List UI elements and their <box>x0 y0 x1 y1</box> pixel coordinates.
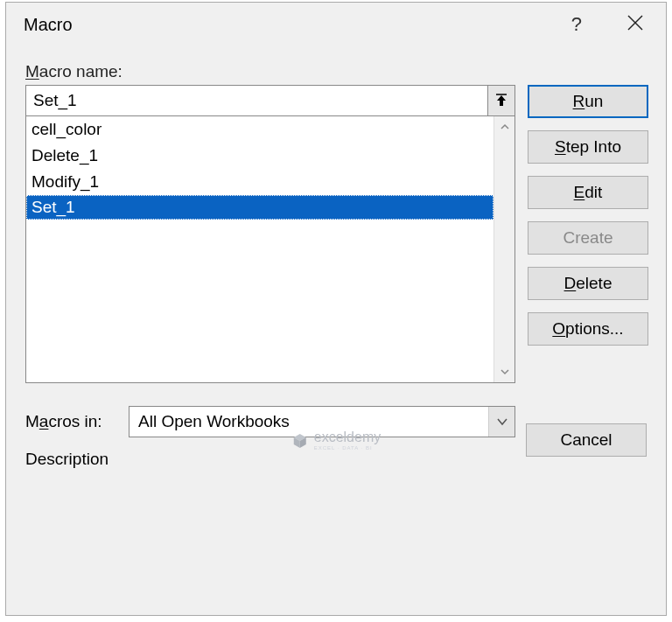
chevron-down-icon <box>497 417 508 426</box>
macro-name-go-button[interactable] <box>487 85 515 116</box>
select-arrow[interactable] <box>488 407 514 437</box>
cube-icon <box>291 432 309 450</box>
macro-name-input[interactable] <box>25 85 488 116</box>
macro-name-input-group <box>25 85 515 116</box>
scroll-down-button[interactable] <box>494 361 515 382</box>
macro-name-label: Macro name: <box>25 62 647 81</box>
list-item[interactable]: Modify_1 <box>26 169 494 195</box>
watermark-brand: exceldemy <box>314 430 381 445</box>
edit-button[interactable]: Edit <box>528 176 648 209</box>
description-label: Description <box>25 450 515 469</box>
chevron-down-icon <box>500 367 509 376</box>
close-button[interactable] <box>626 13 648 36</box>
titlebar: Macro ? <box>6 3 666 46</box>
macros-in-value: All Open Workbooks <box>130 412 488 431</box>
list-item[interactable]: Set_1 <box>26 195 494 220</box>
cancel-button[interactable]: Cancel <box>526 423 647 457</box>
list-item[interactable]: cell_color <box>26 116 494 143</box>
delete-button[interactable]: Delete <box>528 267 648 300</box>
close-icon <box>626 13 645 32</box>
watermark: exceldemy EXCEL · DATA · BI <box>291 430 381 451</box>
macros-in-label: Macros in: <box>25 412 129 431</box>
macro-listbox[interactable]: cell_colorDelete_1Modify_1Set_1 <box>25 115 515 383</box>
arrow-up-icon <box>495 94 508 108</box>
options-button[interactable]: Options... <box>528 312 648 346</box>
listbox-scrollbar[interactable] <box>494 116 514 382</box>
create-button: Create <box>528 221 648 255</box>
scroll-up-button[interactable] <box>494 116 515 137</box>
chevron-up-icon <box>500 122 509 131</box>
button-column: Run Step Into Edit Create Delete Options… <box>528 85 648 358</box>
watermark-sub: EXCEL · DATA · BI <box>314 445 381 451</box>
list-item[interactable]: Delete_1 <box>26 143 494 169</box>
dialog-content: Macro name: cell_colorDelete_1Modify_1Se… <box>6 46 666 478</box>
step-into-button[interactable]: Step Into <box>528 130 648 164</box>
macro-dialog: Macro ? Macro name: <box>5 2 667 616</box>
dialog-title: Macro <box>24 15 571 35</box>
run-button[interactable]: Run <box>528 85 648 118</box>
help-button[interactable]: ? <box>571 13 582 36</box>
